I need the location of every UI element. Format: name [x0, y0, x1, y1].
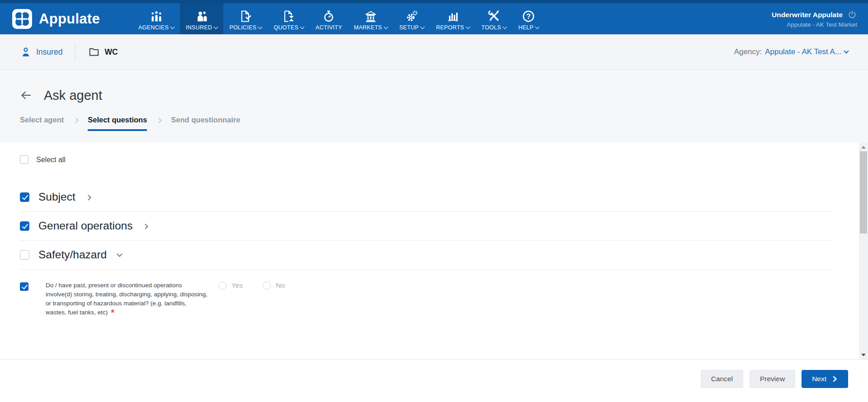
nav-item-reports[interactable]: REPORTS — [430, 3, 475, 34]
breadcrumb-entity-label: WC — [104, 47, 118, 57]
select-all-label: Select all — [36, 156, 66, 164]
agency-value: Appulate - AK Test A... — [765, 47, 841, 56]
scrollbar-down-arrow[interactable] — [859, 351, 868, 359]
chevron-down-icon — [535, 24, 540, 29]
question-answers: Yes No — [218, 281, 285, 290]
breadcrumb-insured[interactable]: Insured — [20, 46, 62, 58]
insured-icon — [195, 9, 208, 23]
select-all-checkbox[interactable] — [20, 155, 28, 164]
user-info: Underwriter Appulate Appulate - AK Test … — [772, 3, 868, 34]
general-operations-checkbox[interactable] — [20, 221, 29, 231]
chevron-down-icon — [420, 24, 425, 29]
questions-panel: Select all Subject General operations Sa… — [0, 143, 868, 359]
nav-item-label: HELP — [518, 24, 533, 31]
nav-item-markets[interactable]: MARKETS — [348, 3, 394, 34]
section-title: General operations — [38, 220, 132, 232]
radio-circle-icon — [263, 281, 271, 290]
step-send-questionnaire[interactable]: Send questionnaire — [171, 116, 240, 131]
section-general-operations[interactable]: General operations — [20, 212, 832, 241]
section-title: Safety/hazard — [38, 248, 107, 261]
help-icon: ? — [522, 9, 535, 23]
chevron-right-icon — [85, 195, 91, 201]
nav-item-activity[interactable]: ACTIVITY — [310, 3, 348, 34]
chevron-right-icon — [156, 117, 162, 123]
radio-no[interactable]: No — [263, 281, 285, 290]
nav-item-label: ACTIVITY — [316, 24, 342, 31]
step-select-agent[interactable]: Select agent — [20, 116, 64, 131]
required-asterisk: * — [111, 308, 114, 318]
question-text: Do / have past, present or discontinued … — [46, 281, 208, 317]
agency-label: Agency: — [734, 47, 762, 56]
reports-icon — [446, 9, 460, 23]
chevron-down-icon — [258, 24, 263, 29]
radio-circle-icon — [218, 281, 226, 290]
next-button-label: Next — [812, 375, 826, 383]
footer-actions: Cancel Preview Next — [0, 359, 868, 402]
nav-item-label: REPORTS — [436, 24, 464, 31]
back-button[interactable] — [20, 89, 32, 102]
user-organization: Appulate - AK Test Market — [787, 21, 857, 28]
section-safety-hazard[interactable]: Safety/hazard — [20, 241, 832, 270]
subject-checkbox[interactable] — [20, 192, 29, 202]
main-menu: AGENCIES INSURED POLICIES — [132, 3, 545, 34]
scrollbar-thumb[interactable] — [860, 151, 867, 234]
person-icon — [20, 46, 32, 58]
radio-yes-label: Yes — [231, 281, 243, 290]
chevron-down-icon — [466, 24, 470, 29]
page-header: Ask agent Select agent Select questions … — [0, 70, 868, 143]
cancel-button[interactable]: Cancel — [701, 370, 743, 388]
next-button[interactable]: Next — [802, 370, 848, 388]
section-title: Subject — [38, 191, 75, 203]
appulate-clover-icon — [12, 9, 33, 29]
agency-selector[interactable]: Agency: Appulate - AK Test A... — [734, 47, 848, 56]
chevron-down-icon — [170, 24, 175, 29]
chevron-down-icon — [844, 48, 849, 53]
quotes-icon — [282, 9, 296, 23]
setup-icon — [405, 9, 419, 23]
svg-text:?: ? — [527, 12, 531, 20]
step-select-questions[interactable]: Select questions — [88, 116, 147, 131]
nav-item-label: SETUP — [399, 24, 419, 31]
nav-item-label: AGENCIES — [138, 24, 169, 31]
brand-name: Appulate — [39, 11, 100, 27]
nav-item-tools[interactable]: TOOLS — [476, 3, 513, 34]
section-subject[interactable]: Subject — [20, 183, 832, 212]
activity-icon — [322, 9, 335, 23]
nav-item-quotes[interactable]: QUOTES — [268, 3, 310, 34]
nav-item-label: INSURED — [186, 24, 212, 31]
preview-button[interactable]: Preview — [750, 370, 795, 388]
radio-yes[interactable]: Yes — [218, 281, 243, 290]
chevron-down-icon — [384, 24, 388, 29]
chevron-right-icon — [143, 224, 149, 229]
page-title: Ask agent — [44, 88, 102, 103]
breadcrumb-insured-label: Insured — [36, 47, 62, 57]
breadcrumb-entity[interactable]: WC — [88, 46, 118, 58]
safety-hazard-checkbox[interactable] — [20, 250, 29, 260]
folder-icon — [88, 46, 100, 58]
nav-item-agencies[interactable]: AGENCIES — [132, 3, 180, 34]
logout-power-icon[interactable] — [847, 10, 857, 20]
chevron-down-icon — [117, 251, 123, 257]
nav-item-label: TOOLS — [481, 24, 501, 31]
scrollbar[interactable] — [859, 143, 868, 359]
tools-icon — [487, 9, 501, 23]
nav-item-policies[interactable]: POLICIES — [223, 3, 268, 34]
select-all-row: Select all — [20, 155, 832, 164]
nav-item-label: MARKETS — [354, 24, 382, 31]
nav-item-label: QUOTES — [274, 24, 298, 31]
question-row: Do / have past, present or discontinued … — [20, 270, 832, 317]
breadcrumb-divider — [75, 43, 75, 61]
nav-item-setup[interactable]: SETUP — [393, 3, 430, 34]
nav-item-insured[interactable]: INSURED — [180, 3, 223, 34]
chevron-right-icon — [832, 376, 838, 382]
chevron-right-icon — [73, 117, 79, 123]
question-checkbox[interactable] — [20, 282, 28, 291]
scrollbar-up-arrow[interactable] — [859, 143, 868, 151]
policies-icon — [239, 9, 252, 23]
top-navbar: Appulate AGENCIES INSURED — [0, 0, 868, 34]
nav-item-help[interactable]: ? HELP — [512, 3, 545, 34]
app-logo[interactable]: Appulate — [0, 3, 132, 34]
stepper: Select agent Select questions Send quest… — [20, 116, 848, 131]
chevron-down-icon — [503, 24, 507, 29]
markets-icon — [364, 9, 377, 23]
